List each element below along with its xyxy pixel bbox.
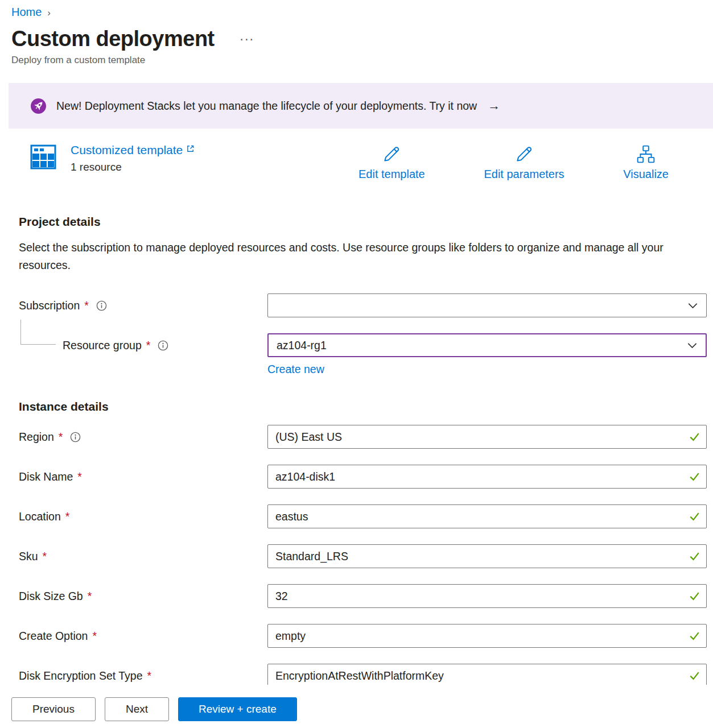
disk-encryption-set-type-row: Disk Encryption Set Type * <box>19 664 713 688</box>
subscription-label-text: Subscription <box>19 299 80 312</box>
resource-group-dropdown[interactable]: az104-rg1 <box>267 333 707 357</box>
disk-size-gb-label-text: Disk Size Gb <box>19 590 83 603</box>
footer-action-bar: Previous Next Review + create <box>0 685 713 728</box>
edit-template-button[interactable]: Edit template <box>358 144 425 181</box>
page-subtitle: Deploy from a custom template <box>11 55 713 66</box>
region-input-wrap <box>267 425 707 449</box>
next-button[interactable]: Next <box>105 697 169 721</box>
review-create-button[interactable]: Review + create <box>178 697 297 721</box>
customized-template-label: Customized template <box>71 143 183 157</box>
visualize-icon <box>636 144 656 164</box>
template-icon <box>30 143 56 173</box>
info-icon[interactable] <box>158 340 168 351</box>
create-option-row: Create Option * <box>19 624 713 648</box>
valid-check-icon <box>689 471 700 483</box>
region-label: Region * <box>19 431 267 444</box>
location-input[interactable] <box>267 504 707 528</box>
edit-template-label: Edit template <box>358 168 425 181</box>
disk-encryption-set-type-input[interactable] <box>267 664 707 688</box>
disk-encryption-set-type-label: Disk Encryption Set Type * <box>19 669 267 682</box>
disk-size-gb-input[interactable] <box>267 584 707 608</box>
visualize-button[interactable]: Visualize <box>623 144 669 181</box>
template-resource-count: 1 resource <box>71 161 195 173</box>
sku-input-wrap <box>267 544 707 568</box>
template-info: Customized template 1 resource <box>30 143 195 173</box>
chevron-down-icon <box>687 340 698 351</box>
valid-check-icon <box>689 431 700 443</box>
child-resource-connector-line <box>20 320 56 345</box>
location-label: Location * <box>19 510 267 523</box>
region-input[interactable] <box>267 425 707 449</box>
more-options-button[interactable]: ··· <box>240 31 254 47</box>
subscription-dropdown[interactable] <box>267 293 707 317</box>
info-icon[interactable] <box>96 300 107 311</box>
create-option-input-wrap <box>267 624 707 648</box>
location-row: Location * <box>19 504 713 528</box>
required-marker: * <box>65 510 70 523</box>
resource-group-label: Resource group * <box>19 339 267 352</box>
create-option-input[interactable] <box>267 624 707 648</box>
project-rows: Subscription * <box>19 293 713 357</box>
chevron-down-icon <box>687 300 698 311</box>
location-label-text: Location <box>19 510 61 523</box>
pencil-icon <box>382 144 401 164</box>
template-text: Customized template 1 resource <box>71 143 195 173</box>
valid-check-icon <box>689 670 700 682</box>
disk-name-label: Disk Name * <box>19 470 267 483</box>
required-marker: * <box>84 299 89 312</box>
edit-parameters-label: Edit parameters <box>484 168 564 181</box>
required-marker: * <box>77 470 82 483</box>
sku-label-text: Sku <box>19 550 38 563</box>
edit-parameters-button[interactable]: Edit parameters <box>484 144 564 181</box>
create-option-label: Create Option * <box>19 630 267 643</box>
required-marker: * <box>147 669 152 682</box>
resource-group-value: az104-rg1 <box>277 339 327 352</box>
subscription-label: Subscription * <box>19 299 267 312</box>
disk-size-gb-label: Disk Size Gb * <box>19 590 267 603</box>
deployment-stacks-banner[interactable]: New! Deployment Stacks let you manage th… <box>9 83 713 129</box>
breadcrumb-home-link[interactable]: Home <box>11 6 42 19</box>
instance-details-heading: Instance details <box>19 400 713 413</box>
template-section: Customized template 1 resource <box>0 143 713 196</box>
disk-name-label-text: Disk Name <box>19 470 73 483</box>
customized-template-link[interactable]: Customized template <box>71 143 195 157</box>
project-details-description: Select the subscription to manage deploy… <box>19 239 672 274</box>
sku-input[interactable] <box>267 544 707 568</box>
disk-name-row: Disk Name * <box>19 465 713 489</box>
resource-group-row: Resource group * az104-rg1 <box>19 333 713 357</box>
required-marker: * <box>146 339 151 352</box>
valid-check-icon <box>689 590 700 602</box>
external-link-icon <box>186 143 195 153</box>
disk-encryption-set-type-input-wrap <box>267 664 707 688</box>
resource-group-label-text: Resource group <box>63 339 142 352</box>
instance-details-section: Region * Disk Name * <box>19 425 713 688</box>
disk-size-gb-input-wrap <box>267 584 707 608</box>
disk-name-input-wrap <box>267 465 707 489</box>
required-marker: * <box>92 630 97 643</box>
banner-text: New! Deployment Stacks let you manage th… <box>56 100 477 113</box>
region-label-text: Region <box>19 431 54 444</box>
valid-check-icon <box>689 551 700 562</box>
project-details-section: Subscription * <box>19 293 713 376</box>
info-icon[interactable] <box>70 432 81 442</box>
disk-encryption-set-type-label-text: Disk Encryption Set Type <box>19 669 143 682</box>
subscription-row: Subscription * <box>19 293 713 317</box>
sku-label: Sku * <box>19 550 267 563</box>
title-row: Custom deployment ··· <box>11 27 713 51</box>
disk-size-gb-row: Disk Size Gb * <box>19 584 713 608</box>
previous-button[interactable]: Previous <box>11 697 96 721</box>
chevron-right-icon: › <box>47 6 51 19</box>
create-option-label-text: Create Option <box>19 630 88 643</box>
disk-name-input[interactable] <box>267 465 707 489</box>
required-marker: * <box>88 590 92 603</box>
breadcrumb: Home › <box>0 0 713 19</box>
arrow-right-icon: → <box>488 98 500 113</box>
location-input-wrap <box>267 504 707 528</box>
pencil-icon <box>514 144 534 164</box>
region-row: Region * <box>19 425 713 449</box>
page-title: Custom deployment <box>11 27 215 51</box>
rocket-icon <box>30 98 47 114</box>
create-new-link[interactable]: Create new <box>267 363 324 376</box>
valid-check-icon <box>689 511 700 523</box>
template-actions: Edit template Edit parameters <box>358 144 669 181</box>
